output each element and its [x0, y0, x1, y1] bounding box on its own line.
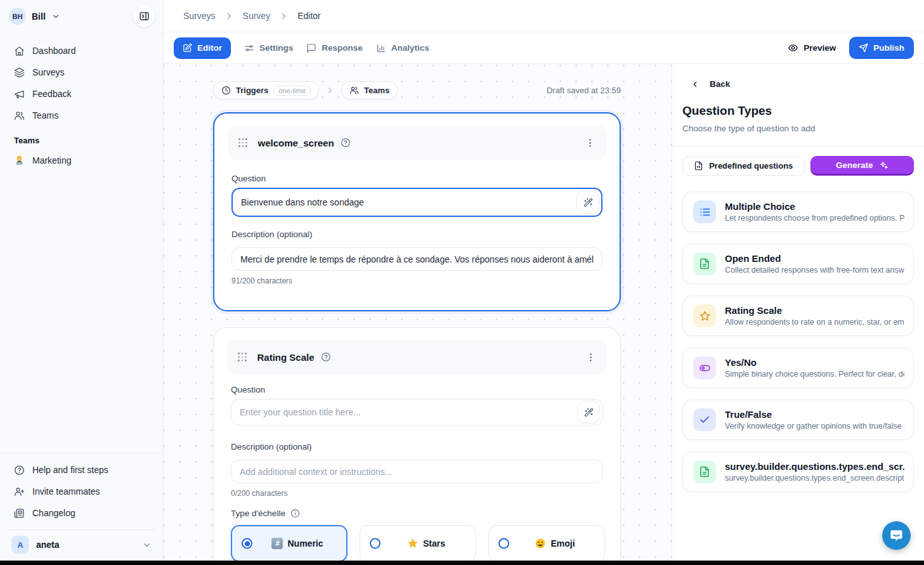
- chevron-down-icon: [51, 12, 60, 21]
- chat-launcher-button[interactable]: [882, 521, 911, 550]
- sidebar-item-invite[interactable]: Invite teammates: [8, 481, 155, 502]
- type-card-rating-scale[interactable]: Rating Scale Allow respondents to rate o…: [682, 295, 914, 336]
- ai-rewrite-button[interactable]: [576, 191, 599, 214]
- radio-unchecked[interactable]: [370, 538, 381, 549]
- question-title-input[interactable]: [231, 188, 602, 217]
- account-section: A aneta: [8, 529, 155, 561]
- star-icon: [693, 304, 716, 327]
- panel-toggle-icon: [139, 11, 150, 22]
- sidebar-header: BH Bill: [0, 0, 163, 32]
- file-text-icon: [693, 252, 716, 275]
- tab-settings[interactable]: Settings: [244, 43, 293, 53]
- tab-label: Settings: [259, 43, 293, 53]
- sidebar-footer: Help and first steps Invite teammates Ch…: [0, 453, 163, 524]
- radio-unchecked[interactable]: [498, 538, 509, 549]
- option-label: Numeric: [287, 538, 323, 549]
- scale-option-emoji[interactable]: Emoji: [488, 525, 605, 561]
- send-icon: [859, 43, 868, 53]
- sidebar-item-teams[interactable]: Teams: [8, 105, 155, 126]
- type-desc: Allow respondents to rate on a numeric, …: [725, 318, 904, 327]
- smiley-emoji-icon: [535, 538, 546, 549]
- radio-checked[interactable]: [242, 538, 252, 549]
- type-card-end-screen[interactable]: survey.builder.questions.types.end_scr..…: [682, 451, 914, 492]
- predefined-questions-button[interactable]: Predefined questions: [682, 156, 805, 176]
- triggers-label: Triggers: [236, 86, 268, 95]
- card-title: Rating Scale: [257, 352, 315, 363]
- predefined-label: Predefined questions: [709, 161, 793, 171]
- generate-label: Generate: [836, 160, 873, 170]
- scale-option-numeric[interactable]: # Numeric: [231, 525, 348, 561]
- account-menu[interactable]: A aneta: [8, 536, 155, 554]
- publish-button[interactable]: Publish: [849, 37, 914, 59]
- tab-analytics[interactable]: Analytics: [376, 43, 429, 53]
- card-body: Question Description (optional) 0/200 ch…: [214, 384, 620, 561]
- drag-handle-icon[interactable]: [238, 138, 247, 147]
- drag-handle-icon[interactable]: [238, 353, 247, 361]
- type-card-yes-no[interactable]: Yes/No Simple binary choice questions. P…: [682, 347, 914, 388]
- card-header: welcome_screen: [228, 126, 606, 160]
- help-circle-icon[interactable]: [341, 138, 351, 148]
- chevron-left-icon: [691, 80, 700, 89]
- question-title-input[interactable]: [231, 399, 603, 425]
- panel-divider: [672, 146, 924, 146]
- layers-icon: [14, 67, 25, 78]
- type-card-open-ended[interactable]: Open Ended Collect detailed responses wi…: [682, 244, 914, 284]
- scale-type-label-row: Type d'échelle: [231, 509, 603, 518]
- back-label: Back: [710, 79, 730, 89]
- question-description-input[interactable]: [231, 460, 603, 483]
- question-card-welcome-screen[interactable]: welcome_screen Question Description (opt…: [213, 112, 621, 311]
- question-label: Question: [231, 384, 603, 395]
- sidebar-item-label: Invite teammates: [32, 486, 100, 497]
- breadcrumb-surveys[interactable]: Surveys: [183, 11, 216, 21]
- preview-label: Preview: [804, 43, 836, 53]
- chevron-right-icon: [279, 11, 289, 21]
- triggers-chip[interactable]: Triggers one-time: [213, 81, 319, 100]
- sidebar-item-team-marketing[interactable]: Marketing: [8, 150, 155, 171]
- preview-button[interactable]: Preview: [788, 42, 836, 53]
- sidebar-collapse-button[interactable]: [133, 6, 155, 27]
- sidebar-item-help[interactable]: Help and first steps: [8, 459, 155, 481]
- help-circle-icon[interactable]: [321, 352, 331, 362]
- info-icon[interactable]: [290, 509, 300, 518]
- sparkles-icon: [879, 160, 888, 170]
- card-title: welcome_screen: [258, 138, 334, 148]
- sidebar-item-label: Feedback: [32, 89, 71, 99]
- sidebar-item-feedback[interactable]: Feedback: [8, 83, 155, 105]
- tab-editor[interactable]: Editor: [174, 37, 231, 59]
- option-label: Stars: [423, 538, 445, 549]
- option-label: Emoji: [550, 538, 575, 549]
- type-card-multiple-choice[interactable]: Multiple Choice Let respondents choose f…: [682, 192, 914, 232]
- sidebar: BH Bill Dashboard Surveys Feedback: [0, 0, 164, 561]
- canvas-header: Triggers one-time Teams Draft saved at 2…: [213, 81, 621, 100]
- more-menu-icon[interactable]: [585, 138, 595, 148]
- char-count: 91/200 characters: [231, 276, 602, 285]
- question-input-wrap: [231, 188, 602, 217]
- panel-actions: Predefined questions Generate: [682, 156, 914, 176]
- workspace-switcher[interactable]: BH Bill: [9, 8, 60, 25]
- question-description-input[interactable]: [231, 247, 602, 271]
- sidebar-item-dashboard[interactable]: Dashboard: [8, 40, 155, 62]
- back-button[interactable]: Back: [691, 79, 730, 89]
- chevron-down-icon: [142, 540, 152, 550]
- account-avatar: A: [11, 536, 29, 554]
- question-type-list: Multiple Choice Let respondents choose f…: [682, 192, 914, 503]
- team-label: Marketing: [32, 155, 71, 166]
- char-count: 0/200 characters: [231, 489, 603, 498]
- file-text-icon: [693, 460, 716, 483]
- type-texts: survey.builder.questions.types.end_scr..…: [725, 461, 904, 483]
- scale-option-stars[interactable]: Stars: [360, 525, 476, 561]
- teams-chip[interactable]: Teams: [341, 81, 398, 100]
- breadcrumb-survey[interactable]: Survey: [243, 11, 271, 21]
- more-menu-icon[interactable]: [585, 352, 596, 363]
- type-desc: Let respondents choose from predefined o…: [725, 214, 904, 223]
- pencil-icon: [183, 43, 192, 53]
- sidebar-item-surveys[interactable]: Surveys: [8, 62, 155, 83]
- user-plus-icon: [14, 486, 25, 497]
- ai-rewrite-button[interactable]: [577, 401, 600, 424]
- sidebar-item-changelog[interactable]: Changelog: [8, 502, 155, 524]
- type-card-true-false[interactable]: True/False Verify knowledge or gather op…: [682, 399, 914, 440]
- generate-button[interactable]: Generate: [810, 156, 914, 176]
- question-card-rating-scale[interactable]: Rating Scale Question Description (optio…: [213, 327, 621, 561]
- draft-status: Draft saved at 23:59: [547, 86, 621, 95]
- tab-response[interactable]: Response: [306, 43, 363, 53]
